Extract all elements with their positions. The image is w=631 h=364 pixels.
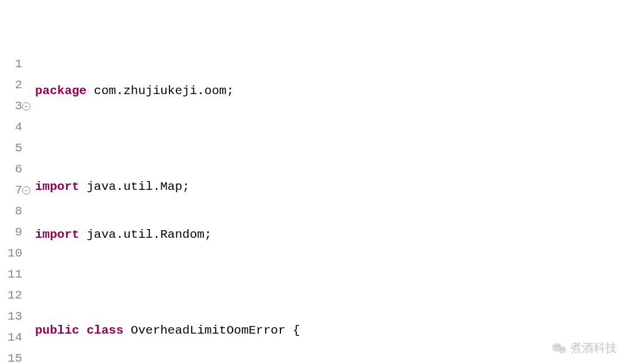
line-number: 13 xyxy=(0,306,22,327)
svg-point-1 xyxy=(558,346,566,353)
text: java.util.Map; xyxy=(79,180,190,193)
code-editor: 123–4567–891011121314151617 package com.… xyxy=(0,54,631,364)
line-number-gutter: 123–4567–891011121314151617 xyxy=(0,54,25,364)
line-number: 4 xyxy=(0,117,22,138)
line-number: 12 xyxy=(0,285,22,306)
text: OverheadLimitOomError xyxy=(123,324,293,337)
line-number: 5 xyxy=(0,138,22,159)
line-number: 11 xyxy=(0,264,22,285)
code-line: public class OverheadLimitOomError { xyxy=(35,320,631,341)
text: java.util.Random; xyxy=(79,228,212,241)
keyword: class xyxy=(86,324,123,337)
code-line xyxy=(35,129,631,150)
fold-icon[interactable]: – xyxy=(22,186,30,195)
watermark-text: 煮酒科技 xyxy=(570,340,617,356)
code-line xyxy=(35,272,631,293)
keyword: import xyxy=(35,180,79,193)
line-number: 9 xyxy=(0,222,22,243)
line-number: 7– xyxy=(0,180,22,201)
line-number: 10 xyxy=(0,243,22,264)
line-number: 14 xyxy=(0,327,22,348)
svg-point-5 xyxy=(563,348,564,349)
code-area[interactable]: package com.zhujiukeji.oom; import java.… xyxy=(25,54,631,364)
keyword: package xyxy=(35,84,86,98)
line-number: 6 xyxy=(0,159,22,180)
svg-point-4 xyxy=(560,348,561,349)
line-number: 1 xyxy=(0,54,22,75)
watermark: 煮酒科技 xyxy=(552,340,617,356)
line-number: 8 xyxy=(0,201,22,222)
code-line: import java.util.Random; xyxy=(35,224,631,245)
text: com.zhujiukeji.oom; xyxy=(86,84,234,98)
keyword: import xyxy=(35,228,79,241)
svg-point-3 xyxy=(558,345,559,346)
keyword: public xyxy=(35,324,79,337)
fold-icon[interactable]: – xyxy=(22,102,30,110)
line-number: 3– xyxy=(0,96,22,117)
wechat-icon xyxy=(552,341,567,356)
code-line: package com.zhujiukeji.oom; xyxy=(35,81,631,102)
text: { xyxy=(293,324,300,337)
code-line: import java.util.Map; xyxy=(35,176,631,197)
line-number: 2 xyxy=(0,75,22,96)
text xyxy=(79,324,87,337)
line-number: 15 xyxy=(0,348,22,364)
svg-point-2 xyxy=(554,345,556,346)
